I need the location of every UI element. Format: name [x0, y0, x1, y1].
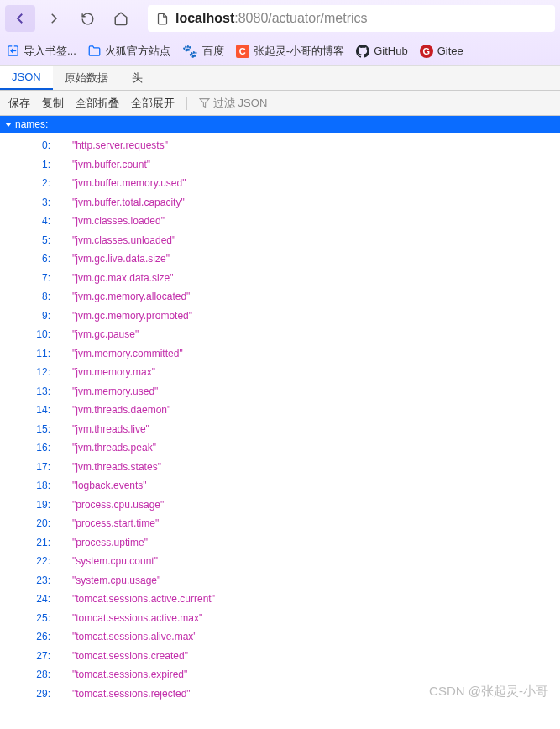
copy-button[interactable]: 复制: [42, 96, 64, 111]
json-row[interactable]: 26:"tomcat.sessions.alive.max": [0, 627, 560, 647]
json-row[interactable]: 15:"jvm.threads.live": [0, 420, 560, 439]
csdn-icon: C: [236, 45, 249, 58]
json-string-value: "process.uptime": [72, 537, 148, 548]
json-row[interactable]: 25:"tomcat.sessions.active.max": [0, 609, 560, 628]
save-button[interactable]: 保存: [8, 96, 30, 111]
json-index: 17:: [0, 461, 52, 473]
divider: [186, 97, 187, 110]
home-button[interactable]: [106, 5, 136, 32]
folder-icon: [88, 45, 101, 57]
address-bar[interactable]: localhost:8080/actuator/metrics: [148, 5, 555, 32]
json-index: 19:: [0, 499, 52, 511]
back-button[interactable]: [5, 5, 35, 32]
json-row[interactable]: 9:"jvm.gc.memory.promoted": [0, 307, 560, 326]
bookmark-firefox[interactable]: 火狐官方站点: [88, 44, 170, 59]
json-row[interactable]: 19:"process.cpu.usage": [0, 496, 560, 515]
bookmarks-bar: 导入书签... 火狐官方站点 🐾 百度 C 张起灵-小哥的博客 GitHub G…: [0, 37, 560, 66]
json-row[interactable]: 16:"jvm.threads.peak": [0, 438, 560, 458]
tab-json[interactable]: JSON: [0, 66, 53, 90]
collapse-all-button[interactable]: 全部折叠: [76, 96, 119, 111]
json-row[interactable]: 20:"process.start.time": [0, 514, 560, 533]
json-index: 12:: [0, 366, 52, 378]
json-row[interactable]: 28:"tomcat.sessions.expired": [0, 665, 560, 684]
json-index: 20:: [0, 517, 52, 529]
json-row[interactable]: 13:"jvm.memory.used": [0, 382, 560, 401]
json-string-value: "jvm.buffer.total.capacity": [72, 197, 185, 208]
tab-headers[interactable]: 头: [120, 66, 154, 90]
json-index: 8:: [0, 291, 52, 302]
bookmark-label: 火狐官方站点: [105, 44, 170, 59]
json-index: 14:: [0, 404, 52, 416]
json-index: 6:: [0, 253, 52, 265]
json-row[interactable]: 24:"tomcat.sessions.active.current": [0, 590, 560, 609]
json-string-value: "jvm.gc.memory.promoted": [72, 310, 192, 322]
json-index: 24:: [0, 593, 52, 605]
reload-button[interactable]: [72, 5, 102, 32]
json-string-value: "tomcat.sessions.active.max": [72, 612, 202, 624]
json-string-value: "jvm.buffer.memory.used": [72, 177, 186, 189]
bookmark-label: 导入书签...: [24, 44, 76, 59]
filter-input[interactable]: 过滤 JSON: [199, 96, 267, 111]
json-row[interactable]: 7:"jvm.gc.max.data.size": [0, 269, 560, 288]
json-string-value: "jvm.memory.used": [72, 385, 158, 397]
bookmark-github[interactable]: GitHub: [356, 45, 407, 58]
bookmark-label: 张起灵-小哥的博客: [254, 44, 344, 59]
json-row[interactable]: 22:"system.cpu.count": [0, 552, 560, 571]
url-text: localhost:8080/actuator/metrics: [175, 11, 368, 26]
json-row[interactable]: 8:"jvm.gc.memory.allocated": [0, 287, 560, 307]
bookmark-import[interactable]: 导入书签...: [7, 44, 76, 59]
json-string-value: "tomcat.sessions.rejected": [72, 688, 191, 700]
json-index: 13:: [0, 385, 52, 397]
json-string-value: "tomcat.sessions.expired": [72, 669, 187, 680]
json-row[interactable]: 23:"system.cpu.usage": [0, 571, 560, 590]
json-row[interactable]: 17:"jvm.threads.states": [0, 458, 560, 477]
watermark: CSDN @张起灵-小哥: [429, 684, 548, 700]
url-path: :8080/actuator/metrics: [234, 11, 367, 25]
json-string-value: "logback.events": [72, 480, 147, 491]
json-string-value: "process.cpu.usage": [72, 499, 164, 511]
expand-all-button[interactable]: 全部展开: [131, 96, 175, 111]
json-string-value: "jvm.memory.max": [72, 366, 155, 378]
json-index: 22:: [0, 555, 52, 567]
json-string-value: "jvm.threads.live": [72, 423, 149, 435]
tab-raw[interactable]: 原始数据: [53, 66, 120, 90]
json-row[interactable]: 1:"jvm.buffer.count": [0, 155, 560, 175]
json-string-value: "tomcat.sessions.active.current": [72, 593, 215, 605]
json-row[interactable]: 14:"jvm.threads.daemon": [0, 401, 560, 420]
json-index: 29:: [0, 688, 52, 700]
import-icon: [7, 45, 19, 57]
json-row[interactable]: 10:"jvm.gc.pause": [0, 325, 560, 344]
json-string-value: "jvm.classes.loaded": [72, 215, 165, 227]
json-string-value: "tomcat.sessions.created": [72, 650, 188, 662]
json-string-value: "jvm.gc.max.data.size": [72, 272, 174, 284]
json-row[interactable]: 21:"process.uptime": [0, 533, 560, 553]
bookmark-csdn[interactable]: C 张起灵-小哥的博客: [236, 44, 344, 59]
json-row[interactable]: 0:"http.server.requests": [0, 136, 560, 155]
json-row[interactable]: 4:"jvm.classes.loaded": [0, 212, 560, 231]
json-row[interactable]: 3:"jvm.buffer.total.capacity": [0, 193, 560, 212]
json-string-value: "jvm.buffer.count": [72, 159, 150, 170]
json-string-value: "jvm.memory.committed": [72, 348, 183, 359]
json-index: 3:: [0, 197, 52, 208]
json-index: 4:: [0, 215, 52, 227]
json-row[interactable]: 18:"logback.events": [0, 476, 560, 496]
bookmark-gitee[interactable]: G Gitee: [420, 45, 463, 58]
json-row[interactable]: 6:"jvm.gc.live.data.size": [0, 249, 560, 269]
json-root-key[interactable]: names:: [0, 116, 560, 133]
json-index: 28:: [0, 669, 52, 680]
json-row[interactable]: 12:"jvm.memory.max": [0, 363, 560, 382]
github-icon: [356, 45, 369, 58]
forward-button[interactable]: [39, 5, 69, 32]
bookmark-baidu[interactable]: 🐾 百度: [182, 44, 224, 59]
json-toolbar: 保存 复制 全部折叠 全部展开 过滤 JSON: [0, 91, 560, 116]
browser-nav-bar: localhost:8080/actuator/metrics: [0, 0, 560, 37]
json-string-value: "system.cpu.usage": [72, 574, 160, 586]
json-row[interactable]: 27:"tomcat.sessions.created": [0, 647, 560, 666]
json-row[interactable]: 11:"jvm.memory.committed": [0, 344, 560, 364]
json-row[interactable]: 2:"jvm.buffer.memory.used": [0, 174, 560, 193]
json-index: 27:: [0, 650, 52, 662]
bookmark-label: GitHub: [374, 45, 407, 57]
json-index: 11:: [0, 348, 52, 359]
json-row[interactable]: 5:"jvm.classes.unloaded": [0, 231, 560, 250]
viewer-tabs: JSON 原始数据 头: [0, 66, 560, 91]
